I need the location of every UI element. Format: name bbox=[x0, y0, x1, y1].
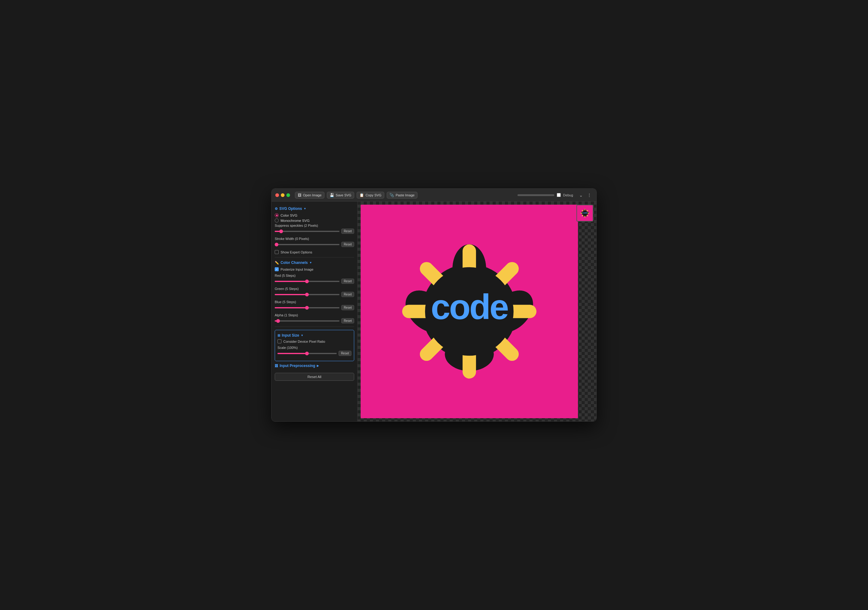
titlebar: 🖼 Open Image 💾 Save SVG 📋 Copy SVG 📎 Pas… bbox=[272, 189, 596, 201]
thumbnail: code bbox=[577, 205, 593, 221]
red-reset[interactable]: Reset bbox=[341, 279, 354, 284]
maximize-button[interactable] bbox=[286, 193, 290, 197]
scale-fill bbox=[277, 353, 307, 354]
blue-control: Reset bbox=[275, 305, 354, 310]
titlebar-end-controls: ⌄ ⋮ bbox=[578, 192, 593, 198]
canvas-image: code bbox=[361, 205, 578, 418]
chevron-down-button[interactable]: ⌄ bbox=[578, 192, 584, 198]
input-preprocessing-icon: 🖼 bbox=[275, 364, 278, 368]
color-channels-section-header[interactable]: ✏️ Color Channels ▼ bbox=[275, 260, 354, 265]
alpha-track[interactable] bbox=[275, 320, 339, 322]
scale-control: Reset bbox=[277, 351, 352, 356]
copy-svg-button[interactable]: 📋 Copy SVG bbox=[356, 192, 384, 198]
color-svg-radio-dot bbox=[275, 213, 279, 217]
suppress-speckles-control: Reset bbox=[275, 229, 354, 234]
red-track[interactable] bbox=[275, 281, 339, 282]
stroke-width-track[interactable] bbox=[275, 244, 339, 245]
blue-reset[interactable]: Reset bbox=[341, 305, 354, 310]
color-channels-chevron: ▼ bbox=[309, 261, 312, 264]
canvas-area[interactable]: code bbox=[358, 201, 596, 421]
scale-reset[interactable]: Reset bbox=[339, 351, 352, 356]
green-row: Green (5 Steps) Reset bbox=[275, 287, 354, 297]
posterize-row[interactable]: Posterize Input Image bbox=[275, 267, 354, 271]
color-channels-icon: ✏️ bbox=[275, 261, 279, 265]
stroke-width-row: Stroke Width (0 Pixels) Reset bbox=[275, 237, 354, 247]
suppress-speckles-row: Suppress speckles (2 Pixels) Reset bbox=[275, 224, 354, 234]
green-track[interactable] bbox=[275, 294, 339, 295]
alpha-thumb[interactable] bbox=[276, 319, 280, 323]
debug-checkbox[interactable] bbox=[557, 193, 561, 197]
stroke-width-control: Reset bbox=[275, 242, 354, 247]
open-image-icon: 🖼 bbox=[298, 193, 301, 197]
consider-device-checkbox[interactable] bbox=[277, 339, 281, 343]
paste-image-button[interactable]: 📎 Paste Image bbox=[387, 192, 417, 198]
stroke-width-reset[interactable]: Reset bbox=[341, 242, 354, 247]
copy-svg-icon: 📋 bbox=[360, 193, 364, 197]
monochrome-svg-radio-dot bbox=[275, 218, 279, 223]
input-preprocessing-chevron: ▶ bbox=[317, 364, 319, 367]
close-button[interactable] bbox=[275, 193, 279, 197]
reset-all-button[interactable]: Reset All bbox=[275, 373, 354, 381]
input-size-section: ⊞ Input Size ▼ Consider Device Pixel Rat… bbox=[275, 330, 354, 361]
main-content: ⚙ SVG Options ▼ Color SVG Monochrome SVG… bbox=[272, 201, 596, 421]
debug-progress-bar bbox=[518, 194, 554, 196]
suppress-speckles-track[interactable] bbox=[275, 231, 339, 232]
code-svg: code bbox=[361, 205, 578, 418]
red-thumb[interactable] bbox=[305, 280, 309, 283]
scale-thumb[interactable] bbox=[305, 351, 309, 355]
suppress-speckles-thumb[interactable] bbox=[279, 229, 283, 233]
open-image-button[interactable]: 🖼 Open Image bbox=[295, 192, 324, 198]
show-expert-checkbox[interactable] bbox=[275, 250, 279, 254]
save-svg-button[interactable]: 💾 Save SVG bbox=[327, 192, 354, 198]
suppress-speckles-reset[interactable]: Reset bbox=[341, 229, 354, 234]
input-size-icon: ⊞ bbox=[277, 334, 280, 338]
blue-thumb[interactable] bbox=[305, 306, 309, 310]
alpha-reset[interactable]: Reset bbox=[341, 318, 354, 324]
consider-device-row[interactable]: Consider Device Pixel Ratio bbox=[277, 339, 352, 343]
show-expert-row[interactable]: Show Expert Options bbox=[275, 250, 354, 254]
scale-track[interactable] bbox=[277, 353, 337, 354]
blue-row: Blue (5 Steps) Reset bbox=[275, 300, 354, 310]
alpha-control: Reset bbox=[275, 318, 354, 324]
input-preprocessing-section-header[interactable]: 🖼 Input Preprocessing ▶ bbox=[275, 364, 354, 368]
green-reset[interactable]: Reset bbox=[341, 292, 354, 297]
thumbnail-svg: code bbox=[578, 206, 591, 220]
svg-text:code: code bbox=[582, 212, 587, 214]
debug-area: Debug bbox=[518, 193, 573, 197]
green-fill bbox=[275, 294, 307, 295]
svg-type-radio-group: Color SVG Monochrome SVG bbox=[275, 213, 354, 223]
input-size-chevron: ▼ bbox=[301, 334, 304, 337]
scale-row: Scale (100%) Reset bbox=[277, 346, 352, 356]
svg-options-chevron: ▼ bbox=[304, 207, 306, 210]
green-thumb[interactable] bbox=[305, 293, 309, 296]
paste-image-icon: 📎 bbox=[389, 193, 394, 197]
color-svg-radio[interactable]: Color SVG bbox=[275, 213, 354, 217]
alpha-row: Alpha (1 Steps) Reset bbox=[275, 313, 354, 324]
app-window: 🖼 Open Image 💾 Save SVG 📋 Copy SVG 📎 Pas… bbox=[271, 188, 597, 422]
more-options-button[interactable]: ⋮ bbox=[586, 192, 593, 198]
posterize-checkbox[interactable] bbox=[275, 267, 279, 271]
svg-options-section-header[interactable]: ⚙ SVG Options ▼ bbox=[275, 206, 354, 211]
traffic-lights bbox=[275, 193, 290, 197]
monochrome-svg-radio[interactable]: Monochrome SVG bbox=[275, 218, 354, 223]
sidebar: ⚙ SVG Options ▼ Color SVG Monochrome SVG… bbox=[272, 201, 358, 421]
green-control: Reset bbox=[275, 292, 354, 297]
red-fill bbox=[275, 281, 307, 282]
red-control: Reset bbox=[275, 279, 354, 284]
red-row: Red (5 Steps) Reset bbox=[275, 274, 354, 284]
stroke-width-thumb[interactable] bbox=[275, 243, 278, 246]
svg-text:code: code bbox=[431, 287, 508, 327]
input-size-section-header[interactable]: ⊞ Input Size ▼ bbox=[277, 333, 352, 338]
divider-1 bbox=[275, 257, 354, 257]
blue-track[interactable] bbox=[275, 307, 339, 308]
svg-options-icon: ⚙ bbox=[275, 207, 278, 211]
blue-fill bbox=[275, 307, 307, 308]
divider-2 bbox=[275, 327, 354, 327]
save-svg-icon: 💾 bbox=[330, 193, 334, 197]
minimize-button[interactable] bbox=[281, 193, 285, 197]
